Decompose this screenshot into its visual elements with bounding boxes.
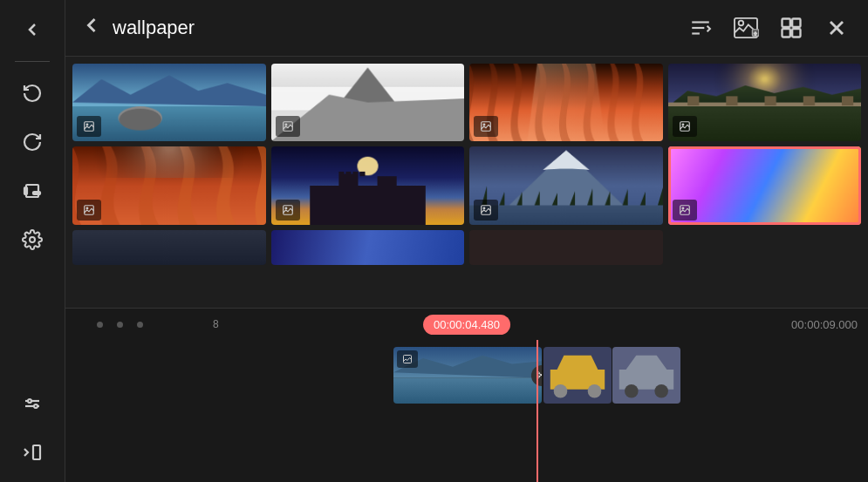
timeline-dots	[97, 322, 143, 328]
grid-item-badge-1	[77, 116, 101, 137]
svg-rect-30	[85, 205, 94, 214]
close-button[interactable]	[819, 10, 854, 45]
crop-button[interactable]	[11, 170, 53, 212]
svg-point-37	[682, 207, 684, 209]
svg-rect-17	[792, 19, 800, 27]
svg-rect-26	[482, 122, 491, 132]
svg-text:+: +	[754, 31, 756, 36]
insert-button[interactable]	[11, 431, 53, 473]
timeline-marker-8: 8	[213, 318, 219, 330]
content-area: 8 00:00:04.480 00:00:09.000 ✂	[65, 57, 868, 482]
timeline-area: 8 00:00:04.480 00:00:09.000 ✂	[65, 308, 868, 482]
timeline-end-time: 00:00:09.000	[791, 318, 858, 331]
timeline-clip-3[interactable]	[612, 347, 680, 404]
svg-point-7	[34, 404, 38, 408]
timeline-track-area[interactable]: ✂	[65, 340, 868, 482]
grid-item-badge-6	[276, 200, 300, 221]
timeline-clip-2[interactable]	[543, 347, 612, 404]
svg-rect-28	[680, 122, 689, 132]
grid-item-badge-2	[276, 116, 300, 137]
svg-rect-8	[33, 445, 40, 459]
svg-rect-1	[24, 187, 27, 194]
timeline-dot-1	[97, 322, 103, 328]
grid-item-10[interactable]	[271, 230, 465, 265]
timeline-dot-3	[137, 322, 143, 328]
settings-button[interactable]	[11, 219, 53, 261]
image-grid	[65, 57, 868, 308]
svg-point-27	[483, 124, 485, 126]
grid-item-7[interactable]	[469, 146, 663, 224]
svg-point-23	[86, 124, 88, 126]
grid-item-2[interactable]	[271, 64, 465, 141]
sort-button[interactable]	[683, 10, 718, 45]
grid-item-6[interactable]	[271, 146, 465, 224]
grid-item-1[interactable]	[72, 64, 266, 141]
timeline-playhead	[537, 340, 538, 482]
clip-badge-1	[397, 350, 418, 368]
grid-item-11[interactable]	[469, 230, 663, 265]
svg-point-29	[682, 124, 684, 126]
svg-point-35	[483, 207, 485, 209]
svg-point-33	[285, 207, 287, 209]
svg-rect-2	[33, 192, 40, 194]
image-view-button[interactable]: +	[728, 10, 763, 45]
header-title: wallpaper	[113, 17, 683, 39]
main-area: wallpaper +	[65, 0, 868, 482]
sidebar	[0, 0, 65, 482]
grid-item-8[interactable]	[668, 146, 862, 224]
grid-item-badge-8	[673, 200, 697, 221]
grid-view-button[interactable]	[774, 10, 809, 45]
undo-button[interactable]	[11, 72, 53, 114]
timeline-top-bar: 8 00:00:04.480 00:00:09.000	[65, 309, 868, 340]
svg-rect-32	[283, 205, 292, 214]
svg-point-6	[28, 399, 31, 403]
header: wallpaper +	[65, 0, 868, 57]
svg-rect-38	[404, 356, 412, 363]
grid-item-9[interactable]	[72, 230, 266, 265]
grid-item-4[interactable]	[668, 64, 862, 141]
timeline-dot-2	[117, 322, 123, 328]
adjust-button[interactable]	[11, 383, 53, 424]
svg-rect-24	[283, 122, 292, 132]
svg-rect-34	[482, 205, 491, 214]
grid-item-5[interactable]	[72, 146, 266, 224]
timeline-clip-1[interactable]: ✂	[393, 347, 542, 404]
svg-point-13	[739, 21, 744, 26]
redo-button[interactable]	[11, 121, 53, 163]
svg-rect-36	[680, 205, 689, 214]
grid-item-badge-5	[77, 200, 101, 221]
svg-point-3	[30, 237, 35, 242]
svg-rect-19	[792, 29, 800, 37]
svg-rect-16	[783, 19, 790, 27]
svg-rect-18	[783, 29, 790, 37]
grid-item-3[interactable]	[469, 64, 663, 141]
svg-rect-22	[85, 122, 94, 132]
svg-point-25	[285, 124, 287, 126]
header-actions: +	[683, 10, 854, 45]
sidebar-divider-1	[15, 61, 50, 62]
grid-item-badge-3	[474, 116, 498, 137]
grid-item-badge-4	[673, 116, 697, 137]
svg-point-31	[86, 207, 88, 209]
timeline-timecode: 00:00:04.480	[423, 315, 510, 335]
header-back-button[interactable]	[79, 13, 104, 44]
grid-item-badge-7	[474, 200, 498, 221]
back-button[interactable]	[11, 9, 53, 51]
